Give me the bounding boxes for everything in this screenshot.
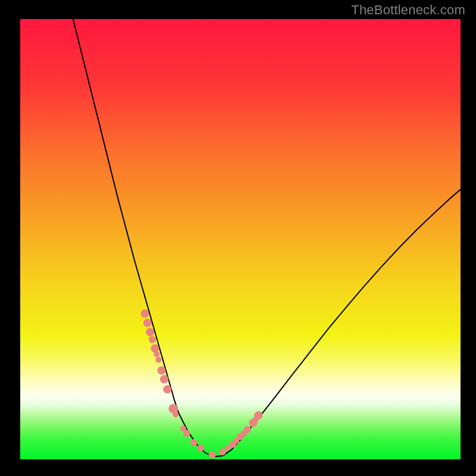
data-dot: [160, 375, 168, 383]
data-dot: [254, 411, 262, 419]
plot-area: [20, 19, 461, 459]
data-dot: [151, 345, 159, 353]
watermark-text: TheBottleneck.com: [351, 2, 465, 18]
data-dot: [158, 367, 166, 375]
data-dot: [190, 439, 198, 446]
data-dot: [146, 328, 154, 336]
gradient-background: [20, 19, 461, 459]
data-dot: [209, 452, 216, 459]
data-dot: [244, 426, 251, 433]
data-dot: [197, 444, 204, 452]
chart-svg: [20, 19, 461, 459]
chart-frame: TheBottleneck.com: [0, 0, 476, 476]
data-dot: [219, 448, 226, 455]
data-dot: [163, 385, 171, 393]
data-dot: [173, 412, 178, 418]
data-dot: [143, 319, 152, 327]
data-dot: [183, 430, 190, 437]
data-dot: [149, 336, 156, 343]
data-dot: [155, 357, 161, 363]
data-dot: [154, 351, 159, 357]
data-dot: [140, 309, 149, 318]
